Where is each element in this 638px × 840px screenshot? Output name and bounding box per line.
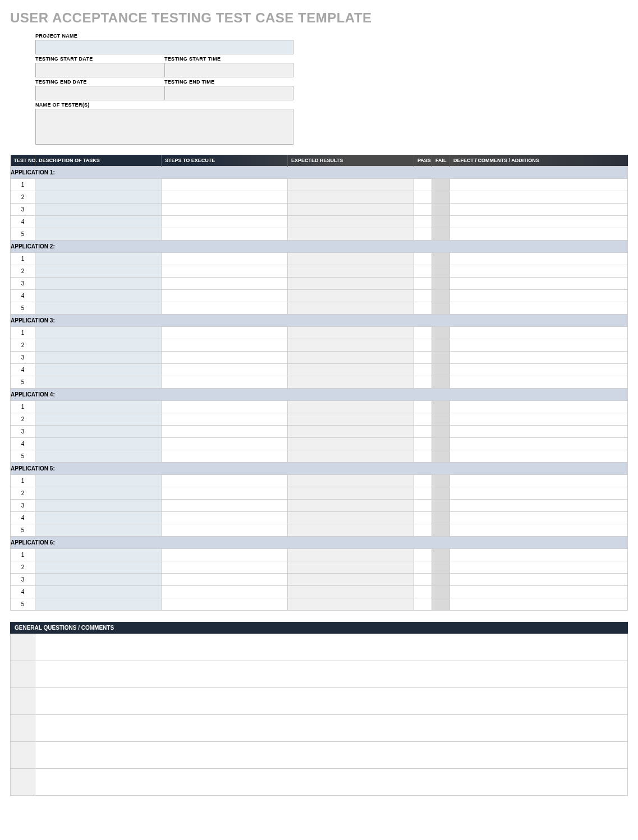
comment-body-cell[interactable] xyxy=(35,634,628,661)
defect-cell[interactable] xyxy=(450,364,628,376)
fail-cell[interactable] xyxy=(432,512,450,524)
defect-cell[interactable] xyxy=(450,265,628,278)
defect-cell[interactable] xyxy=(450,500,628,512)
description-cell[interactable] xyxy=(35,574,162,586)
pass-cell[interactable] xyxy=(414,574,432,586)
pass-cell[interactable] xyxy=(414,302,432,315)
expected-cell[interactable] xyxy=(288,586,414,598)
fail-cell[interactable] xyxy=(432,302,450,315)
expected-cell[interactable] xyxy=(288,450,414,463)
description-cell[interactable] xyxy=(35,450,162,463)
pass-cell[interactable] xyxy=(414,487,432,500)
expected-cell[interactable] xyxy=(288,524,414,537)
fail-cell[interactable] xyxy=(432,253,450,265)
comment-number-cell[interactable] xyxy=(11,634,35,661)
description-cell[interactable] xyxy=(35,512,162,524)
pass-cell[interactable] xyxy=(414,339,432,352)
pass-cell[interactable] xyxy=(414,586,432,598)
comment-number-cell[interactable] xyxy=(11,715,35,742)
description-cell[interactable] xyxy=(35,438,162,450)
expected-cell[interactable] xyxy=(288,339,414,352)
description-cell[interactable] xyxy=(35,204,162,216)
description-cell[interactable] xyxy=(35,302,162,315)
fail-cell[interactable] xyxy=(432,364,450,376)
fail-cell[interactable] xyxy=(432,216,450,228)
steps-cell[interactable] xyxy=(162,487,288,500)
defect-cell[interactable] xyxy=(450,524,628,537)
defect-cell[interactable] xyxy=(450,475,628,487)
defect-cell[interactable] xyxy=(450,290,628,302)
steps-cell[interactable] xyxy=(162,549,288,561)
comment-number-cell[interactable] xyxy=(11,688,35,715)
defect-cell[interactable] xyxy=(450,438,628,450)
pass-cell[interactable] xyxy=(414,438,432,450)
steps-cell[interactable] xyxy=(162,376,288,389)
steps-cell[interactable] xyxy=(162,598,288,611)
description-cell[interactable] xyxy=(35,376,162,389)
pass-cell[interactable] xyxy=(414,290,432,302)
comment-body-cell[interactable] xyxy=(35,661,628,688)
fail-cell[interactable] xyxy=(432,500,450,512)
pass-cell[interactable] xyxy=(414,500,432,512)
expected-cell[interactable] xyxy=(288,549,414,561)
defect-cell[interactable] xyxy=(450,327,628,339)
end-date-input[interactable] xyxy=(35,86,164,100)
fail-cell[interactable] xyxy=(432,487,450,500)
description-cell[interactable] xyxy=(35,487,162,500)
pass-cell[interactable] xyxy=(414,426,432,438)
defect-cell[interactable] xyxy=(450,549,628,561)
description-cell[interactable] xyxy=(35,339,162,352)
pass-cell[interactable] xyxy=(414,216,432,228)
pass-cell[interactable] xyxy=(414,327,432,339)
defect-cell[interactable] xyxy=(450,179,628,191)
steps-cell[interactable] xyxy=(162,586,288,598)
pass-cell[interactable] xyxy=(414,549,432,561)
description-cell[interactable] xyxy=(35,228,162,241)
steps-cell[interactable] xyxy=(162,265,288,278)
expected-cell[interactable] xyxy=(288,598,414,611)
steps-cell[interactable] xyxy=(162,574,288,586)
expected-cell[interactable] xyxy=(288,364,414,376)
comment-number-cell[interactable] xyxy=(11,742,35,769)
fail-cell[interactable] xyxy=(432,574,450,586)
fail-cell[interactable] xyxy=(432,586,450,598)
start-time-input[interactable] xyxy=(164,63,293,77)
defect-cell[interactable] xyxy=(450,191,628,204)
steps-cell[interactable] xyxy=(162,364,288,376)
expected-cell[interactable] xyxy=(288,265,414,278)
expected-cell[interactable] xyxy=(288,401,414,413)
expected-cell[interactable] xyxy=(288,191,414,204)
description-cell[interactable] xyxy=(35,352,162,364)
comment-body-cell[interactable] xyxy=(35,715,628,742)
steps-cell[interactable] xyxy=(162,512,288,524)
fail-cell[interactable] xyxy=(432,265,450,278)
expected-cell[interactable] xyxy=(288,228,414,241)
pass-cell[interactable] xyxy=(414,191,432,204)
defect-cell[interactable] xyxy=(450,302,628,315)
fail-cell[interactable] xyxy=(432,450,450,463)
expected-cell[interactable] xyxy=(288,574,414,586)
steps-cell[interactable] xyxy=(162,401,288,413)
expected-cell[interactable] xyxy=(288,413,414,426)
steps-cell[interactable] xyxy=(162,426,288,438)
description-cell[interactable] xyxy=(35,500,162,512)
comment-body-cell[interactable] xyxy=(35,742,628,769)
description-cell[interactable] xyxy=(35,413,162,426)
defect-cell[interactable] xyxy=(450,512,628,524)
pass-cell[interactable] xyxy=(414,204,432,216)
pass-cell[interactable] xyxy=(414,401,432,413)
pass-cell[interactable] xyxy=(414,561,432,574)
steps-cell[interactable] xyxy=(162,179,288,191)
expected-cell[interactable] xyxy=(288,512,414,524)
steps-cell[interactable] xyxy=(162,413,288,426)
project-name-input[interactable] xyxy=(35,40,293,54)
fail-cell[interactable] xyxy=(432,438,450,450)
steps-cell[interactable] xyxy=(162,339,288,352)
pass-cell[interactable] xyxy=(414,278,432,290)
expected-cell[interactable] xyxy=(288,253,414,265)
fail-cell[interactable] xyxy=(432,290,450,302)
defect-cell[interactable] xyxy=(450,216,628,228)
defect-cell[interactable] xyxy=(450,339,628,352)
expected-cell[interactable] xyxy=(288,204,414,216)
fail-cell[interactable] xyxy=(432,524,450,537)
